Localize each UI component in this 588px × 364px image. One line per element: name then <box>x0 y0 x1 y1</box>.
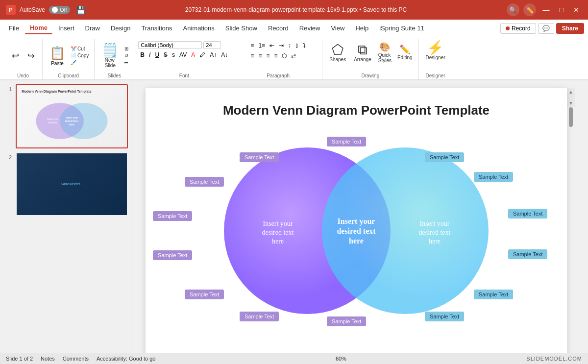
sample-tag-3[interactable]: Sample Text <box>185 177 224 187</box>
sample-tag-9[interactable]: Sample Text <box>185 290 224 299</box>
format-painter-button[interactable]: 🖌️ <box>69 59 90 66</box>
bullets-button[interactable]: ≡ <box>248 41 256 50</box>
menu-bar: File Home Insert Draw Design Transitions… <box>0 20 588 37</box>
quick-styles-button[interactable]: 🎨 QuickStyles <box>376 42 393 64</box>
arrange-button[interactable]: ⧉ Arrange <box>351 41 374 64</box>
italic-button[interactable]: I <box>147 50 152 59</box>
title-bar: P AutoSave Off 💾 20732-01-modern-venn-di… <box>0 0 588 20</box>
bold-button[interactable]: B <box>138 50 147 59</box>
font-color-button[interactable]: A <box>189 50 197 59</box>
sample-tag-top-center[interactable]: Sample Text <box>327 137 366 146</box>
save-icon[interactable]: 💾 <box>76 5 86 15</box>
menu-review[interactable]: Review <box>294 23 325 34</box>
align-left-button[interactable]: ≡ <box>248 51 256 60</box>
new-slide-button[interactable]: 🗒️ NewSlide <box>98 42 122 70</box>
menu-design[interactable]: Design <box>106 23 135 34</box>
reset-button[interactable]: ↺ <box>123 52 130 59</box>
paste-button[interactable]: 📋 Paste <box>47 45 68 67</box>
search-button[interactable]: 🔍 <box>507 3 519 16</box>
sample-tag-4[interactable]: Sample Text <box>474 172 513 182</box>
sample-tag-11[interactable]: Sample Text <box>240 312 279 321</box>
menu-view[interactable]: View <box>326 23 349 34</box>
undo-icon: ↩ <box>12 51 19 60</box>
sample-tag-bottom-center[interactable]: Sample Text <box>327 316 366 326</box>
sample-tag-10[interactable]: Sample Text <box>474 290 513 299</box>
layout-button[interactable]: ⊞ <box>123 46 130 52</box>
scroll-thumb <box>569 107 573 127</box>
underline-button[interactable]: U <box>153 50 161 59</box>
text-direction-button[interactable]: ⤵ <box>301 41 308 50</box>
char-spacing-button[interactable]: AV <box>177 50 189 59</box>
undo-button[interactable]: ↩ <box>8 50 23 61</box>
copy-button[interactable]: 📄 Copy <box>69 52 90 59</box>
sample-tag-6[interactable]: Sample Text <box>508 209 547 218</box>
sample-tag-7[interactable]: Sample Text <box>153 250 192 260</box>
comments-button[interactable]: Comments <box>63 356 89 362</box>
minimize-button[interactable]: — <box>540 5 553 15</box>
sample-tag-8[interactable]: Sample Text <box>508 249 547 259</box>
record-button[interactable]: Record <box>500 23 536 34</box>
indent-more-button[interactable]: ⇥ <box>277 41 286 50</box>
shadow-button[interactable]: s <box>170 50 177 59</box>
menu-record[interactable]: Record <box>263 23 294 34</box>
svg-text:Modern Venn Diagram PowerPoint: Modern Venn Diagram PowerPoint Template <box>22 90 91 94</box>
slide-1-thumbnail[interactable]: Modern Venn Diagram PowerPoint Template … <box>16 84 128 148</box>
left-text-line3: here <box>272 238 284 245</box>
redo-button[interactable]: ↪ <box>24 50 38 61</box>
shapes-button[interactable]: ⬠ Shapes <box>326 41 349 64</box>
menu-draw[interactable]: Draw <box>80 23 105 34</box>
numbering-button[interactable]: 1≡ <box>256 41 267 50</box>
notes-button[interactable]: Notes <box>41 356 55 362</box>
align-right-button[interactable]: ≡ <box>264 51 271 60</box>
menu-home[interactable]: Home <box>25 22 52 34</box>
arrange-label: Arrange <box>354 57 371 62</box>
sample-tag-5[interactable]: Sample Text <box>153 211 192 221</box>
close-button[interactable]: ✕ <box>570 5 582 15</box>
smartart-button[interactable]: ⬡ <box>280 51 289 60</box>
right-text-line2: desired text <box>419 229 451 236</box>
justify-button[interactable]: ≡ <box>272 51 279 60</box>
columns-button[interactable]: ⫿ <box>294 41 300 50</box>
highlight-button[interactable]: 🖊 <box>197 50 207 59</box>
cut-button[interactable]: ✂️ Cut <box>69 46 90 52</box>
slide-canvas[interactable]: Modern Venn Diagram PowerPoint Template <box>146 88 567 353</box>
indent-less-button[interactable]: ⇤ <box>268 41 276 50</box>
maximize-button[interactable]: □ <box>557 5 566 15</box>
clipboard-row: 📋 Paste ✂️ Cut 📄 Copy 🖌️ <box>47 39 90 72</box>
copy-icon: 📄 <box>71 53 76 58</box>
sample-tag-12[interactable]: Sample Text <box>425 312 464 321</box>
align-center-button[interactable]: ≡ <box>256 51 264 60</box>
sample-tag-1[interactable]: Sample Text <box>240 152 279 162</box>
decrease-font-button[interactable]: A↓ <box>219 50 230 59</box>
increase-font-button[interactable]: A↑ <box>208 50 219 59</box>
section-button[interactable]: ☰ <box>122 59 130 66</box>
menu-slideshow[interactable]: Slide Show <box>220 23 262 34</box>
sample-tag-2[interactable]: Sample Text <box>425 152 464 162</box>
menu-help[interactable]: Help <box>350 23 373 34</box>
slide-2-thumbnail[interactable]: SlideModel... <box>16 152 128 217</box>
menu-insert[interactable]: Insert <box>53 23 79 34</box>
convert-button[interactable]: ⇄ <box>289 51 298 60</box>
center-text-line1: Insert your <box>338 217 375 226</box>
menu-transitions[interactable]: Transitions <box>136 23 177 34</box>
menu-animations[interactable]: Animations <box>178 23 220 34</box>
designer-button[interactable]: ⚡ Designer <box>423 39 448 62</box>
zoom-level[interactable]: 60% <box>336 356 346 362</box>
comment-button[interactable]: 💬 <box>538 23 554 34</box>
window-controls: — □ ✕ <box>540 5 582 15</box>
strikethrough-button[interactable]: S̶ <box>162 50 170 59</box>
menu-ispring[interactable]: iSpring Suite 11 <box>374 23 429 34</box>
menu-file[interactable]: File <box>4 23 24 34</box>
font-name-input[interactable] <box>138 41 202 49</box>
new-slide-label: NewSlide <box>105 57 116 68</box>
scroll-down-arrow[interactable]: ▼ <box>567 99 574 107</box>
scroll-up-arrow[interactable]: ▲ <box>567 88 574 96</box>
share-button[interactable]: Share <box>556 23 584 34</box>
ribbon: ↩ ↪ Undo 📋 Paste ✂️ Cut 📄 Copy 🖌️ <box>0 37 588 80</box>
app-window: P AutoSave Off 💾 20732-01-modern-venn-di… <box>0 0 588 364</box>
pen-button[interactable]: ✏️ <box>523 3 536 16</box>
font-size-input[interactable] <box>203 41 221 49</box>
line-spacing-button[interactable]: ↕ <box>286 41 293 50</box>
editing-button[interactable]: ✏️ Editing <box>395 44 415 61</box>
autosave-toggle[interactable]: Off <box>49 6 70 14</box>
